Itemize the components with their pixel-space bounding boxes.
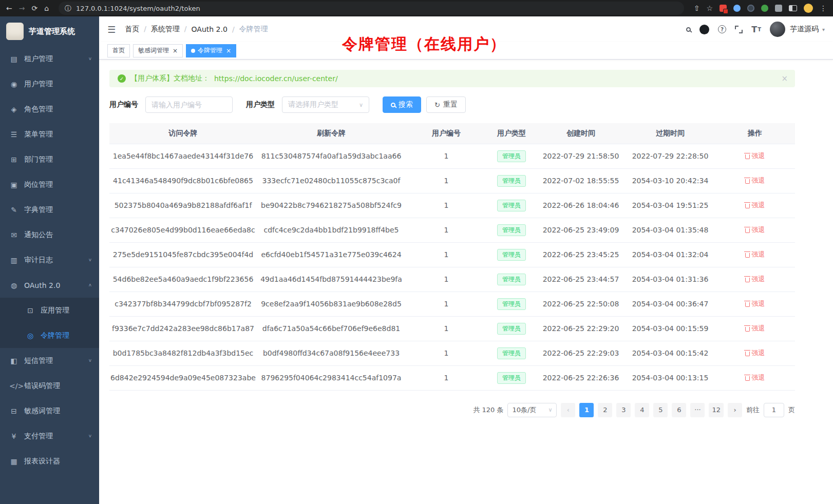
sidebar-item-tenant[interactable]: ▤ 租户管理 ∨ <box>0 46 99 71</box>
page-button-12[interactable]: 12 <box>709 403 724 417</box>
page-button-5[interactable]: 5 <box>653 403 668 417</box>
column-header: 过期时间 <box>626 123 715 144</box>
force-logout-button[interactable]: 强退 <box>745 151 765 161</box>
alert-text: 【用户体系】文档地址： <box>130 74 210 83</box>
extension-red-icon[interactable] <box>720 5 727 12</box>
sidebar-logo[interactable]: 芋道管理系统 <box>0 16 99 46</box>
sidebar-item-payment[interactable]: ¥ 支付管理 ∨ <box>0 423 99 449</box>
force-logout-button[interactable]: 强退 <box>745 176 765 185</box>
site-info-icon[interactable]: ⓘ <box>65 5 71 12</box>
hamburger-icon[interactable]: ☰ <box>107 24 116 35</box>
sidebar-item-dict[interactable]: ✎ 字典管理 <box>0 197 99 222</box>
force-logout-button[interactable]: 强退 <box>745 225 765 235</box>
prev-page-button[interactable]: ‹ <box>561 403 575 417</box>
user-id-input[interactable] <box>145 96 233 113</box>
page-size-select[interactable]: 10条/页 ∨ <box>507 403 557 417</box>
sidebar-item-user[interactable]: ◉ 用户管理 <box>0 71 99 96</box>
user-avatar[interactable] <box>770 22 785 37</box>
sensitive-word-icon: ⊟ <box>9 407 18 415</box>
column-header: 用户类型 <box>487 123 536 144</box>
sidebar-item-menu[interactable]: ☰ 菜单管理 <box>0 122 99 147</box>
sidebar-item-post[interactable]: ▣ 岗位管理 <box>0 172 99 197</box>
sidebar-item-notice[interactable]: ✉ 通知公告 <box>0 222 99 247</box>
alert-doc-link[interactable]: https://doc.iocoder.cn/user-center/ <box>214 74 338 83</box>
caret-down-icon[interactable]: ▾ <box>822 27 825 32</box>
sidebar-item-role[interactable]: ◈ 角色管理 <box>0 96 99 122</box>
sidebar-item-error-code[interactable]: </> 错误码管理 <box>0 373 99 398</box>
force-logout-button[interactable]: 强退 <box>745 201 765 210</box>
sidebar-item-sms[interactable]: ◧ 短信管理 ∨ <box>0 348 99 373</box>
back-icon[interactable]: ← <box>6 5 12 12</box>
sidebar-item-label: 菜单管理 <box>24 130 92 139</box>
delete-icon <box>745 352 750 356</box>
more-pages-button[interactable]: ··· <box>690 403 705 417</box>
fullscreen-icon[interactable] <box>735 26 743 33</box>
close-icon[interactable]: × <box>173 47 178 54</box>
username[interactable]: 芋道源码 <box>790 25 819 34</box>
alert-close-icon[interactable]: × <box>781 74 788 83</box>
sidebar-item-dept[interactable]: ⊞ 部门管理 <box>0 147 99 172</box>
chevron-down-icon: ∨ <box>88 56 92 61</box>
reset-button[interactable]: ↻ 重置 <box>426 96 466 113</box>
force-logout-button[interactable]: 强退 <box>745 373 765 382</box>
access-token-cell: f9336e7c7dd242a283ee98dc86b17a87 <box>109 316 257 341</box>
github-icon[interactable] <box>699 25 709 34</box>
alert-banner: ✓ 【用户体系】文档地址： https://doc.iocoder.cn/use… <box>109 70 795 87</box>
sidebar-item-oauth[interactable]: ◍ OAuth 2.0 ∧ <box>0 273 99 298</box>
force-logout-button[interactable]: 强退 <box>745 324 765 333</box>
browser-menu-icon[interactable]: ⋮ <box>820 5 827 12</box>
url-bar[interactable]: ⓘ 127.0.0.1:1024/system/oauth2/token <box>59 2 684 15</box>
tab-home[interactable]: 首页 <box>107 44 130 57</box>
page-button-4[interactable]: 4 <box>635 403 649 417</box>
extensions-puzzle-icon[interactable] <box>775 5 782 12</box>
extension-dark-icon[interactable] <box>747 5 754 12</box>
search-button[interactable]: 搜索 <box>383 96 421 113</box>
font-size-icon[interactable]: T <box>751 25 761 34</box>
close-icon[interactable]: × <box>226 47 231 54</box>
chevron-down-icon: ∨ <box>548 406 552 413</box>
page-button-1[interactable]: 1 <box>579 403 594 417</box>
reset-button-label: 重置 <box>443 100 458 109</box>
page-button-2[interactable]: 2 <box>598 403 612 417</box>
force-logout-button[interactable]: 强退 <box>745 348 765 358</box>
sidebar-item-oauth-token[interactable]: ◎ 令牌管理 <box>0 323 99 348</box>
table-row: 6d842e2924594de9a09e45e087323abe 8796295… <box>109 365 795 390</box>
breadcrumb-item[interactable]: OAuth 2.0 <box>192 25 239 33</box>
sidebar-item-sensitive-word[interactable]: ⊟ 敏感词管理 <box>0 398 99 423</box>
browser-profile-avatar[interactable] <box>804 4 813 13</box>
expire-time-cell: 2054-03-04 01:35:48 <box>626 218 715 242</box>
breadcrumb-item[interactable]: 系统管理 <box>151 25 192 34</box>
split-view-icon[interactable] <box>789 5 797 11</box>
notice-icon: ✉ <box>9 231 18 239</box>
extension-green-icon[interactable] <box>761 5 768 12</box>
access-token-cell: 275e5de9151045fe87cbdc395e004f4d <box>109 242 257 267</box>
sidebar-item-report-designer[interactable]: ▦ 报表设计器 <box>0 449 99 474</box>
tab-label: 首页 <box>112 46 125 55</box>
tab-sensitive-word[interactable]: 敏感词管理 × <box>133 44 183 57</box>
force-logout-button[interactable]: 强退 <box>745 250 765 259</box>
user-type-badge: 管理员 <box>497 224 526 236</box>
access-token-cell: 502375b8040a469a9b82188afdf6af1f <box>109 193 257 218</box>
breadcrumb-item[interactable]: 首页 <box>125 25 151 34</box>
search-icon[interactable] <box>686 27 691 32</box>
extension-blue-icon[interactable] <box>733 5 741 12</box>
forward-icon[interactable]: → <box>19 5 25 12</box>
tab-token[interactable]: 令牌管理 × <box>186 44 236 57</box>
sidebar-item-audit-log[interactable]: ▥ 审计日志 ∨ <box>0 247 99 273</box>
access-token-cell: 6d842e2924594de9a09e45e087323abe <box>109 365 257 390</box>
next-page-button[interactable]: › <box>728 403 742 417</box>
user-type-select[interactable]: 请选择用户类型 ∨ <box>282 96 369 113</box>
page-button-6[interactable]: 6 <box>672 403 686 417</box>
bookmark-star-icon[interactable]: ☆ <box>706 5 713 12</box>
user-type-cell: 管理员 <box>487 144 536 168</box>
share-icon[interactable]: ⇧ <box>694 5 700 12</box>
goto-page-input[interactable] <box>764 403 784 417</box>
force-logout-button[interactable]: 强退 <box>745 275 765 284</box>
help-icon[interactable]: ? <box>718 25 726 33</box>
reload-icon[interactable]: ⟳ <box>31 5 37 12</box>
home-icon[interactable]: ⌂ <box>44 5 49 12</box>
force-logout-button[interactable]: 强退 <box>745 299 765 308</box>
sidebar-item-oauth-app[interactable]: ⊡ 应用管理 <box>0 298 99 323</box>
page-button-3[interactable]: 3 <box>616 403 631 417</box>
delete-icon <box>745 228 750 233</box>
